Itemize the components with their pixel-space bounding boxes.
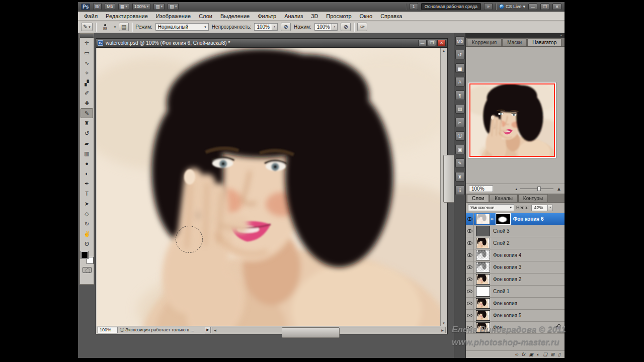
layer-name[interactable]: Фон копия — [493, 301, 517, 306]
app-close-button[interactable]: ✕ — [552, 4, 561, 10]
blur-tool[interactable]: ● — [80, 158, 93, 168]
layer-thumbnail[interactable] — [476, 238, 490, 248]
layer-row[interactable]: ∞ Фон копия 3 — [466, 261, 565, 274]
navigator-preview[interactable] — [468, 82, 556, 158]
rotate-view-tool[interactable]: ↻ — [80, 219, 93, 229]
crop-tool[interactable]: ▞ — [80, 78, 93, 88]
document-count-badge[interactable]: 1 — [410, 3, 418, 10]
zoom-tool[interactable]: ʘ — [80, 239, 93, 249]
layer-comps-panel-icon[interactable]: ▣ — [455, 145, 465, 154]
layer-opacity-input[interactable]: 42% — [531, 205, 548, 211]
layer-visibility-toggle[interactable] — [466, 310, 474, 321]
opacity-input[interactable]: 100% — [254, 23, 272, 31]
history-panel-icon[interactable]: ↺ — [455, 50, 465, 59]
tab-navigator[interactable]: Навигатор — [527, 38, 561, 46]
path-selection-tool[interactable]: ➤ — [80, 199, 93, 209]
paragraph-panel-icon[interactable]: ¶ — [455, 90, 465, 100]
layer-visibility-toggle[interactable] — [466, 286, 474, 297]
toggle-brush-panel-button[interactable]: ▤ — [119, 23, 129, 31]
menu-item[interactable]: Выделение — [216, 13, 254, 20]
layer-visibility-toggle[interactable] — [466, 298, 474, 309]
clone-source-panel-icon[interactable]: ♜ — [455, 172, 465, 182]
arrange-documents-button[interactable]: ▥ ▾ — [153, 3, 165, 10]
document-title-bar[interactable]: Ps watercolor.psd @ 100% (Фон копия 6, С… — [96, 39, 447, 48]
healing-brush-tool[interactable]: ✚ — [80, 98, 93, 108]
app-restore-button[interactable]: ❐ — [540, 4, 549, 10]
info-panel-icon[interactable]: ⓘ — [455, 131, 465, 141]
bridge-icon[interactable]: Br — [93, 3, 102, 10]
palette-grip[interactable] — [80, 34, 94, 38]
layer-visibility-toggle[interactable] — [466, 225, 474, 237]
new-adjustment-layer-icon[interactable]: ◐ — [537, 352, 539, 357]
foreground-color-swatch[interactable] — [80, 251, 89, 259]
layer-visibility-toggle[interactable] — [466, 249, 474, 261]
document-canvas[interactable] — [97, 48, 441, 326]
zoom-level-button[interactable]: 100% ▾ — [132, 3, 151, 10]
move-tool[interactable]: ✛ — [80, 38, 93, 48]
quick-mask-button[interactable] — [83, 267, 92, 273]
horizontal-scroll-track[interactable] — [218, 327, 440, 333]
view-extras-button[interactable]: ▦ ▾ — [118, 3, 129, 10]
layer-thumbnail[interactable] — [476, 214, 490, 224]
new-layer-icon[interactable]: ⊞ — [551, 352, 555, 357]
layer-thumbnail[interactable] — [476, 250, 490, 260]
new-group-icon[interactable]: ❏ — [543, 352, 547, 357]
histogram-panel-icon[interactable]: ▅ — [455, 63, 465, 73]
menu-item[interactable]: Справка — [376, 13, 406, 20]
layer-opacity-spinner[interactable]: ‣ — [548, 205, 553, 211]
layer-row[interactable]: ∞ Слой 1 — [466, 286, 565, 298]
lasso-tool[interactable]: ∿ — [80, 58, 93, 68]
navigator-zoom-input[interactable]: 100% — [469, 186, 493, 192]
layer-name[interactable]: Фон копия 5 — [493, 313, 521, 318]
layer-thumbnail[interactable] — [476, 298, 490, 309]
layer-thumbnail[interactable] — [476, 226, 490, 236]
layer-style-icon[interactable]: fx — [522, 352, 525, 357]
menu-item[interactable]: Анализ — [280, 13, 307, 20]
zoom-in-icon[interactable]: ▲ — [556, 186, 561, 192]
opacity-pressure-icon[interactable]: ⊘ — [281, 23, 291, 31]
layer-name[interactable]: Слой 2 — [493, 240, 510, 246]
tab-adjustments[interactable]: Коррекция — [467, 38, 502, 46]
shape-tool[interactable]: ◇ — [80, 209, 93, 219]
brush-tool[interactable]: ✎ — [80, 108, 93, 118]
scroll-left-button[interactable]: ◀ — [212, 328, 218, 332]
navigator-zoom-slider[interactable] — [520, 189, 553, 189]
delete-layer-icon[interactable]: ▯ — [558, 352, 560, 357]
layer-blend-mode-select[interactable]: Умножение▾ — [468, 204, 514, 211]
tab-channels[interactable]: Каналы — [490, 194, 518, 202]
dock-header[interactable]: « — [466, 33, 565, 38]
tool-preset-picker[interactable]: ✎ ▾ — [81, 23, 93, 31]
vertical-scroll-track[interactable] — [441, 54, 447, 320]
flow-spinner[interactable]: ‣ — [332, 23, 338, 31]
brush-preview-dropdown-icon[interactable]: ▾ — [114, 25, 116, 29]
layer-visibility-toggle[interactable] — [466, 261, 474, 273]
layer-row[interactable]: ∞ Слой 3 — [466, 225, 565, 237]
status-zoom-input[interactable]: 100% — [98, 327, 118, 333]
layer-visibility-toggle[interactable] — [466, 213, 474, 225]
swatches-panel-icon[interactable]: ⠿ — [455, 186, 465, 195]
layer-thumbnail[interactable] — [476, 262, 490, 273]
horizontal-scroll-thumb[interactable] — [282, 327, 340, 338]
rectangular-marquee-tool[interactable]: ▭ — [80, 48, 93, 58]
menu-item[interactable]: Слои — [195, 13, 216, 20]
tab-paths[interactable]: Контуры — [518, 194, 548, 202]
styles-panel-icon[interactable]: ▤ — [455, 104, 465, 114]
menu-item[interactable]: Фильтр — [254, 13, 280, 20]
status-proceed-button[interactable]: ▶ — [205, 327, 211, 333]
menu-item[interactable]: Окно — [356, 13, 377, 20]
layer-thumbnail[interactable] — [476, 322, 490, 333]
mask-link-icon[interactable]: ∞ — [491, 217, 494, 221]
layer-row[interactable]: ∞ Фон копия 2 — [466, 274, 565, 286]
type-tool[interactable]: T — [80, 189, 93, 199]
link-layers-icon[interactable]: ∞ — [515, 352, 518, 357]
flow-input[interactable]: 100% — [314, 23, 333, 31]
brush-panel-icon[interactable]: ✎ — [455, 158, 465, 168]
eyedropper-tool[interactable]: ✐ — [80, 88, 93, 98]
layer-name[interactable]: Фон копия 2 — [493, 277, 521, 282]
menu-item[interactable]: Изображение — [152, 13, 195, 20]
doc-restore-button[interactable]: ❐ — [428, 40, 436, 46]
app-minimize-button[interactable]: — — [528, 4, 537, 10]
layer-name[interactable]: Фон — [493, 325, 503, 330]
layer-row[interactable]: ∞ Фон копия 4 — [466, 249, 565, 261]
layer-visibility-toggle[interactable] — [466, 274, 474, 285]
